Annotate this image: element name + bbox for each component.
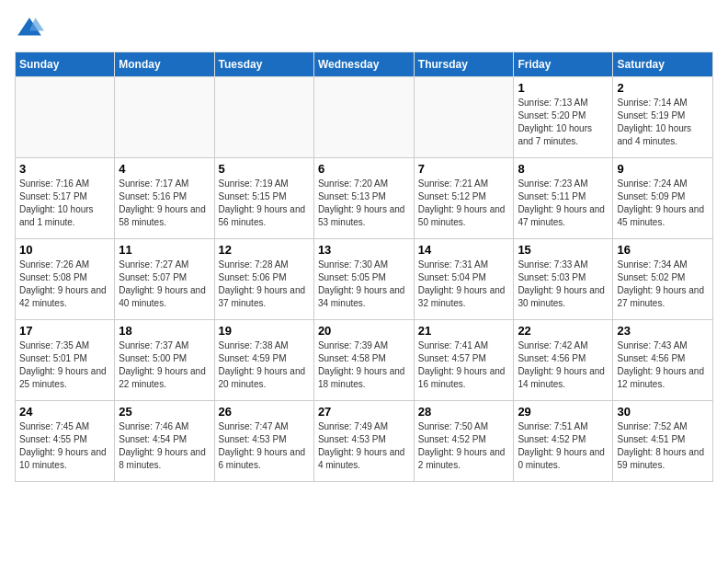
weekday-header-sunday: Sunday [16, 52, 115, 77]
weekday-row: SundayMondayTuesdayWednesdayThursdayFrid… [16, 52, 713, 77]
calendar-week-1: 1Sunrise: 7:13 AM Sunset: 5:20 PM Daylig… [16, 77, 713, 158]
day-number: 20 [318, 324, 410, 338]
calendar-day-cell: 8Sunrise: 7:23 AM Sunset: 5:11 PM Daylig… [514, 158, 613, 239]
calendar-day-cell [16, 77, 115, 158]
day-info: Sunrise: 7:41 AM Sunset: 4:57 PM Dayligh… [418, 339, 510, 391]
day-info: Sunrise: 7:13 AM Sunset: 5:20 PM Dayligh… [518, 97, 609, 148]
calendar-day-cell: 12Sunrise: 7:28 AM Sunset: 5:06 PM Dayli… [214, 239, 313, 320]
calendar-day-cell: 24Sunrise: 7:45 AM Sunset: 4:55 PM Dayli… [16, 401, 115, 482]
calendar-day-cell: 21Sunrise: 7:41 AM Sunset: 4:57 PM Dayli… [414, 320, 514, 401]
page-header [15, 15, 713, 44]
day-number: 3 [19, 162, 110, 176]
day-info: Sunrise: 7:47 AM Sunset: 4:53 PM Dayligh… [219, 420, 310, 472]
day-info: Sunrise: 7:14 AM Sunset: 5:19 PM Dayligh… [617, 97, 709, 148]
day-number: 9 [617, 162, 709, 176]
day-info: Sunrise: 7:31 AM Sunset: 5:04 PM Dayligh… [418, 259, 510, 310]
day-number: 22 [518, 324, 609, 338]
calendar-day-cell: 15Sunrise: 7:33 AM Sunset: 5:03 PM Dayli… [514, 239, 613, 320]
calendar-week-2: 3Sunrise: 7:16 AM Sunset: 5:17 PM Daylig… [16, 158, 713, 239]
calendar-day-cell: 6Sunrise: 7:20 AM Sunset: 5:13 PM Daylig… [313, 158, 414, 239]
day-info: Sunrise: 7:50 AM Sunset: 4:52 PM Dayligh… [418, 420, 510, 472]
calendar-week-5: 24Sunrise: 7:45 AM Sunset: 4:55 PM Dayli… [16, 401, 713, 482]
weekday-header-monday: Monday [115, 52, 214, 77]
day-info: Sunrise: 7:30 AM Sunset: 5:05 PM Dayligh… [318, 259, 410, 310]
calendar-day-cell: 5Sunrise: 7:19 AM Sunset: 5:15 PM Daylig… [214, 158, 313, 239]
day-info: Sunrise: 7:34 AM Sunset: 5:02 PM Dayligh… [617, 259, 709, 310]
calendar-day-cell [414, 77, 514, 158]
day-info: Sunrise: 7:42 AM Sunset: 4:56 PM Dayligh… [518, 339, 609, 391]
day-info: Sunrise: 7:35 AM Sunset: 5:01 PM Dayligh… [19, 339, 110, 391]
calendar-day-cell: 23Sunrise: 7:43 AM Sunset: 4:56 PM Dayli… [613, 320, 713, 401]
calendar-day-cell: 1Sunrise: 7:13 AM Sunset: 5:20 PM Daylig… [514, 77, 613, 158]
day-number: 14 [418, 243, 510, 257]
day-info: Sunrise: 7:21 AM Sunset: 5:12 PM Dayligh… [418, 178, 510, 229]
calendar-day-cell: 26Sunrise: 7:47 AM Sunset: 4:53 PM Dayli… [214, 401, 313, 482]
weekday-header-saturday: Saturday [613, 52, 713, 77]
calendar-day-cell: 10Sunrise: 7:26 AM Sunset: 5:08 PM Dayli… [16, 239, 115, 320]
weekday-header-friday: Friday [514, 52, 613, 77]
calendar-day-cell: 20Sunrise: 7:39 AM Sunset: 4:58 PM Dayli… [313, 320, 414, 401]
day-number: 15 [518, 243, 609, 257]
day-info: Sunrise: 7:16 AM Sunset: 5:17 PM Dayligh… [19, 178, 110, 229]
day-number: 28 [418, 405, 510, 419]
day-info: Sunrise: 7:17 AM Sunset: 5:16 PM Dayligh… [119, 178, 210, 229]
day-info: Sunrise: 7:43 AM Sunset: 4:56 PM Dayligh… [617, 339, 709, 391]
calendar-day-cell [214, 77, 313, 158]
calendar-day-cell: 30Sunrise: 7:52 AM Sunset: 4:51 PM Dayli… [613, 401, 713, 482]
day-info: Sunrise: 7:20 AM Sunset: 5:13 PM Dayligh… [318, 178, 410, 229]
day-number: 10 [19, 243, 110, 257]
day-number: 21 [418, 324, 510, 338]
weekday-header-wednesday: Wednesday [313, 52, 414, 77]
day-number: 11 [119, 243, 210, 257]
calendar-header: SundayMondayTuesdayWednesdayThursdayFrid… [16, 52, 713, 77]
calendar-day-cell: 14Sunrise: 7:31 AM Sunset: 5:04 PM Dayli… [414, 239, 514, 320]
calendar-week-4: 17Sunrise: 7:35 AM Sunset: 5:01 PM Dayli… [16, 320, 713, 401]
calendar-day-cell: 19Sunrise: 7:38 AM Sunset: 4:59 PM Dayli… [214, 320, 313, 401]
calendar-day-cell: 2Sunrise: 7:14 AM Sunset: 5:19 PM Daylig… [613, 77, 713, 158]
weekday-header-tuesday: Tuesday [214, 52, 313, 77]
day-number: 1 [518, 81, 609, 95]
day-info: Sunrise: 7:38 AM Sunset: 4:59 PM Dayligh… [219, 339, 310, 391]
calendar-day-cell: 3Sunrise: 7:16 AM Sunset: 5:17 PM Daylig… [16, 158, 115, 239]
day-number: 29 [518, 405, 609, 419]
calendar-table: SundayMondayTuesdayWednesdayThursdayFrid… [15, 52, 713, 482]
day-info: Sunrise: 7:28 AM Sunset: 5:06 PM Dayligh… [219, 259, 310, 310]
calendar-day-cell [115, 77, 214, 158]
calendar-day-cell: 27Sunrise: 7:49 AM Sunset: 4:53 PM Dayli… [313, 401, 414, 482]
calendar-day-cell [313, 77, 414, 158]
day-number: 7 [418, 162, 510, 176]
day-number: 23 [617, 324, 709, 338]
day-number: 13 [318, 243, 410, 257]
day-number: 17 [19, 324, 110, 338]
day-number: 18 [119, 324, 210, 338]
day-info: Sunrise: 7:24 AM Sunset: 5:09 PM Dayligh… [617, 178, 709, 229]
day-info: Sunrise: 7:45 AM Sunset: 4:55 PM Dayligh… [19, 420, 110, 472]
day-info: Sunrise: 7:39 AM Sunset: 4:58 PM Dayligh… [318, 339, 410, 391]
day-info: Sunrise: 7:33 AM Sunset: 5:03 PM Dayligh… [518, 259, 609, 310]
calendar-day-cell: 16Sunrise: 7:34 AM Sunset: 5:02 PM Dayli… [613, 239, 713, 320]
day-number: 2 [617, 81, 709, 95]
calendar-day-cell: 11Sunrise: 7:27 AM Sunset: 5:07 PM Dayli… [115, 239, 214, 320]
day-info: Sunrise: 7:49 AM Sunset: 4:53 PM Dayligh… [318, 420, 410, 472]
calendar-week-3: 10Sunrise: 7:26 AM Sunset: 5:08 PM Dayli… [16, 239, 713, 320]
day-number: 4 [119, 162, 210, 176]
day-number: 25 [119, 405, 210, 419]
day-number: 27 [318, 405, 410, 419]
day-number: 19 [219, 324, 310, 338]
calendar-day-cell: 7Sunrise: 7:21 AM Sunset: 5:12 PM Daylig… [414, 158, 514, 239]
calendar-day-cell: 28Sunrise: 7:50 AM Sunset: 4:52 PM Dayli… [414, 401, 514, 482]
calendar-day-cell: 9Sunrise: 7:24 AM Sunset: 5:09 PM Daylig… [613, 158, 713, 239]
day-info: Sunrise: 7:51 AM Sunset: 4:52 PM Dayligh… [518, 420, 609, 472]
day-info: Sunrise: 7:23 AM Sunset: 5:11 PM Dayligh… [518, 178, 609, 229]
calendar-day-cell: 17Sunrise: 7:35 AM Sunset: 5:01 PM Dayli… [16, 320, 115, 401]
day-info: Sunrise: 7:52 AM Sunset: 4:51 PM Dayligh… [617, 420, 709, 472]
day-number: 8 [518, 162, 609, 176]
day-number: 6 [318, 162, 410, 176]
calendar-day-cell: 22Sunrise: 7:42 AM Sunset: 4:56 PM Dayli… [514, 320, 613, 401]
day-info: Sunrise: 7:26 AM Sunset: 5:08 PM Dayligh… [19, 259, 110, 310]
calendar-body: 1Sunrise: 7:13 AM Sunset: 5:20 PM Daylig… [16, 77, 713, 482]
day-number: 12 [219, 243, 310, 257]
logo [15, 15, 48, 44]
day-number: 24 [19, 405, 110, 419]
day-info: Sunrise: 7:27 AM Sunset: 5:07 PM Dayligh… [119, 259, 210, 310]
